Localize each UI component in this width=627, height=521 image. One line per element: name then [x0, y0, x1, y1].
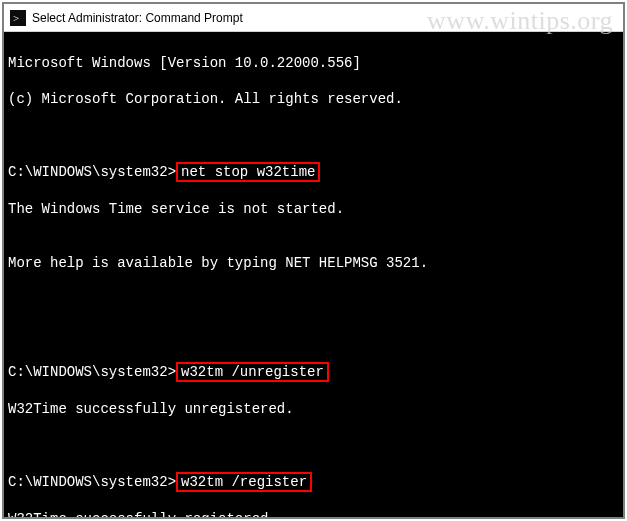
header-line: Microsoft Windows [Version 10.0.22000.55… — [8, 54, 619, 72]
window-title: Select Administrator: Command Prompt — [32, 11, 243, 25]
command-prompt-window: > Select Administrator: Command Prompt M… — [2, 2, 625, 519]
command-highlight: w32tm /register — [176, 472, 312, 492]
blank-line — [8, 326, 619, 344]
prompt-line: C:\WINDOWS\system32>w32tm /register — [8, 472, 619, 492]
command-highlight: net stop w32time — [176, 162, 320, 182]
command-highlight: w32tm /unregister — [176, 362, 329, 382]
output-line: The Windows Time service is not started. — [8, 200, 619, 218]
header-line: (c) Microsoft Corporation. All rights re… — [8, 90, 619, 108]
cmd-icon: > — [10, 10, 26, 26]
blank-line — [8, 436, 619, 454]
blank-line — [8, 290, 619, 308]
blank-line — [8, 126, 619, 144]
output-line: W32Time successfully registered. — [8, 510, 619, 517]
titlebar[interactable]: > Select Administrator: Command Prompt — [4, 4, 623, 32]
prompt-line: C:\WINDOWS\system32>net stop w32time — [8, 162, 619, 182]
terminal-output[interactable]: Microsoft Windows [Version 10.0.22000.55… — [4, 32, 623, 517]
prompt: C:\WINDOWS\system32> — [8, 364, 176, 380]
output-line: W32Time successfully unregistered. — [8, 400, 619, 418]
prompt: C:\WINDOWS\system32> — [8, 474, 176, 490]
output-line: More help is available by typing NET HEL… — [8, 254, 619, 272]
svg-text:>: > — [13, 12, 19, 24]
prompt: C:\WINDOWS\system32> — [8, 164, 176, 180]
prompt-line: C:\WINDOWS\system32>w32tm /unregister — [8, 362, 619, 382]
